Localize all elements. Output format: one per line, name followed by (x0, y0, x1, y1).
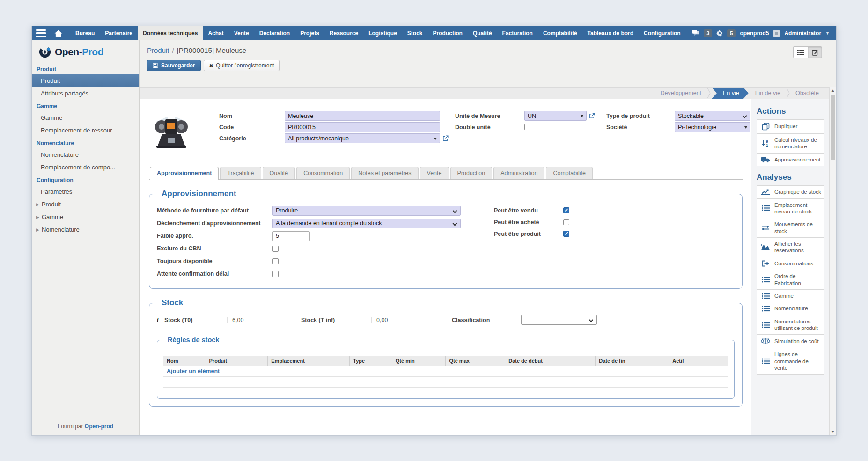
analysis-emplacement-niveau[interactable]: Emplacement niveau de stock (757, 198, 824, 219)
code-input[interactable]: PR000015 (285, 122, 440, 132)
peut-etre-vendu-checkbox[interactable] (563, 207, 569, 213)
nav-item-bureau[interactable]: Bureau (70, 26, 100, 40)
classification-select[interactable] (521, 315, 597, 325)
toujours-disponible-checkbox[interactable] (272, 258, 279, 264)
scroll-down-arrow-icon[interactable]: ▼ (830, 428, 836, 435)
col-type[interactable]: Type (350, 356, 392, 366)
tab-tracabilite[interactable]: Traçabilité (220, 167, 261, 179)
tab-consommation[interactable]: Consommation (296, 167, 350, 179)
sidebar-item-config-produit[interactable]: ▶Produit (32, 198, 139, 211)
nav-item-donnees-techniques[interactable]: Données techniques (138, 26, 203, 40)
action-dupliquer[interactable]: Dupliquer (757, 119, 824, 134)
user-avatar[interactable] (773, 30, 780, 37)
nav-item-logistique[interactable]: Logistique (363, 26, 402, 40)
nom-input[interactable]: Meuleuse (285, 111, 440, 121)
col-date-debut[interactable]: Date de début (505, 356, 596, 366)
openprod-link[interactable]: Open-prod (85, 423, 113, 430)
messages-count-badge[interactable]: 3 (704, 29, 712, 37)
col-qte-max[interactable]: Qté max (446, 356, 505, 366)
nav-item-facturation[interactable]: Facturation (497, 26, 538, 40)
nav-item-declaration[interactable]: Déclaration (254, 26, 295, 40)
col-qte-min[interactable]: Qté min (392, 356, 446, 366)
peut-etre-produit-checkbox[interactable] (563, 231, 569, 237)
scroll-up-arrow-icon[interactable]: ▲ (830, 87, 836, 94)
uom-select[interactable]: UN (524, 111, 587, 121)
hamburger-menu-icon[interactable] (32, 26, 50, 40)
nav-item-vente[interactable]: Vente (229, 26, 254, 40)
app-logo[interactable]: Open-Prod (32, 40, 139, 63)
analysis-graphique-de-stock[interactable]: Graphique de stock (757, 185, 824, 198)
nav-item-tableaux-de-bord[interactable]: Tableaux de bord (582, 26, 639, 40)
list-view-button[interactable] (793, 46, 808, 58)
sidebar-item-attributs-partages[interactable]: ▶Attributs partagés (32, 87, 139, 100)
nav-item-qualite[interactable]: Qualité (468, 26, 497, 40)
methode-fourniture-select[interactable]: Produire (272, 206, 461, 216)
breadcrumb-parent-link[interactable]: Produit (147, 46, 169, 54)
analysis-nomenclature[interactable]: Nomenclature (757, 302, 824, 315)
analysis-nomenclatures-utilisant[interactable]: Nomenclatures utilisant ce produit (757, 315, 824, 335)
status-step-obsolete[interactable]: Obsolète (790, 90, 824, 96)
nav-item-partenaire[interactable]: Partenaire (100, 26, 138, 40)
settings-gear-icon[interactable] (716, 30, 723, 37)
analysis-simulation-de-cout[interactable]: Simulation de coût (757, 334, 824, 348)
tab-comptabilite[interactable]: Comptabilité (546, 167, 592, 179)
tab-production[interactable]: Production (450, 167, 493, 179)
sidebar-item-remplacement-ressource[interactable]: ▶Remplacement de ressour... (32, 124, 139, 137)
type-produit-select[interactable]: Stockable (675, 111, 750, 121)
nav-item-stock[interactable]: Stock (402, 26, 428, 40)
status-step-en-vie[interactable]: En vie (712, 88, 749, 99)
nav-item-achat[interactable]: Achat (203, 26, 228, 40)
home-icon[interactable] (50, 26, 66, 40)
vertical-scrollbar[interactable]: ▲ ▼ (829, 87, 836, 435)
user-menu-caret-icon[interactable]: ▼ (825, 31, 830, 36)
form-view-button[interactable] (808, 46, 822, 58)
sidebar-item-gamme[interactable]: ▶Gamme (32, 111, 139, 124)
nav-item-projets[interactable]: Projets (295, 26, 324, 40)
analysis-gamme[interactable]: Gamme (757, 289, 824, 302)
col-produit[interactable]: Produit (206, 356, 268, 366)
sidebar-item-nomenclature[interactable]: ▶Nomenclature (32, 148, 139, 161)
tab-administration[interactable]: Administration (493, 167, 544, 179)
status-step-developpement[interactable]: Développement (655, 90, 707, 96)
categorie-external-link-icon[interactable] (442, 135, 449, 141)
nav-item-production[interactable]: Production (428, 26, 468, 40)
col-nom[interactable]: Nom (163, 356, 206, 366)
action-calcul-niveaux[interactable]: 91 Calcul niveaux de nomenclature (757, 133, 824, 154)
tab-notes-parametres[interactable]: Notes et paramètres (351, 167, 418, 179)
add-item-link[interactable]: Ajouter un élément (167, 368, 220, 374)
sidebar-item-config-nomenclature[interactable]: ▶Nomenclature (32, 223, 139, 236)
status-step-fin-de-vie[interactable]: Fin de vie (750, 90, 786, 96)
product-image[interactable] (154, 110, 188, 154)
peut-etre-achete-checkbox[interactable] (563, 219, 569, 225)
attente-confirmation-checkbox[interactable] (272, 271, 279, 277)
nav-item-ressource[interactable]: Ressource (324, 26, 363, 40)
uom-external-link-icon[interactable] (589, 113, 595, 119)
info-icon[interactable]: i (157, 316, 164, 324)
nav-item-configuration[interactable]: Configuration (639, 26, 686, 40)
user-menu[interactable]: Administrator (784, 30, 821, 37)
col-date-fin[interactable]: Date de fin (596, 356, 669, 366)
analysis-consommations[interactable]: Consommations (757, 257, 824, 270)
tab-vente[interactable]: Vente (420, 167, 449, 179)
messages-icon[interactable] (691, 30, 699, 37)
sidebar-item-remplacement-composant[interactable]: ▶Remplacement de compo... (32, 161, 139, 174)
sidebar-item-produit[interactable]: ▶Produit (32, 74, 139, 87)
settings-count-badge[interactable]: 5 (727, 29, 736, 37)
declenchement-appro-select[interactable]: A la demande en tenant compte du stock (272, 219, 461, 228)
double-unite-checkbox[interactable] (524, 124, 530, 130)
categorie-select[interactable]: All products/mecanique (285, 133, 440, 143)
societe-select[interactable]: Pi-Technologie (675, 122, 750, 132)
exclure-cbn-checkbox[interactable] (272, 246, 279, 252)
discard-button[interactable]: ✖ Quitter l'enregistrement (204, 60, 280, 71)
faible-appro-input[interactable]: 5 (272, 231, 310, 241)
col-actif[interactable]: Actif (669, 356, 728, 366)
sidebar-item-parametres[interactable]: ▶Paramètres (32, 185, 139, 198)
col-emplacement[interactable]: Emplacement (268, 356, 350, 366)
analysis-lignes-commande-vente[interactable]: Lignes de commande de vente (757, 348, 824, 374)
analysis-ordre-de-fabrication[interactable]: Ordre de Fabrication (757, 270, 824, 290)
analysis-afficher-reservations[interactable]: Afficher les réservations (757, 237, 824, 257)
tab-qualite[interactable]: Qualité (263, 167, 295, 179)
tab-approvisionnement[interactable]: Approvisionnement (150, 167, 219, 180)
nav-item-comptabilite[interactable]: Comptabilité (538, 26, 582, 40)
scrollbar-thumb[interactable] (831, 95, 835, 160)
